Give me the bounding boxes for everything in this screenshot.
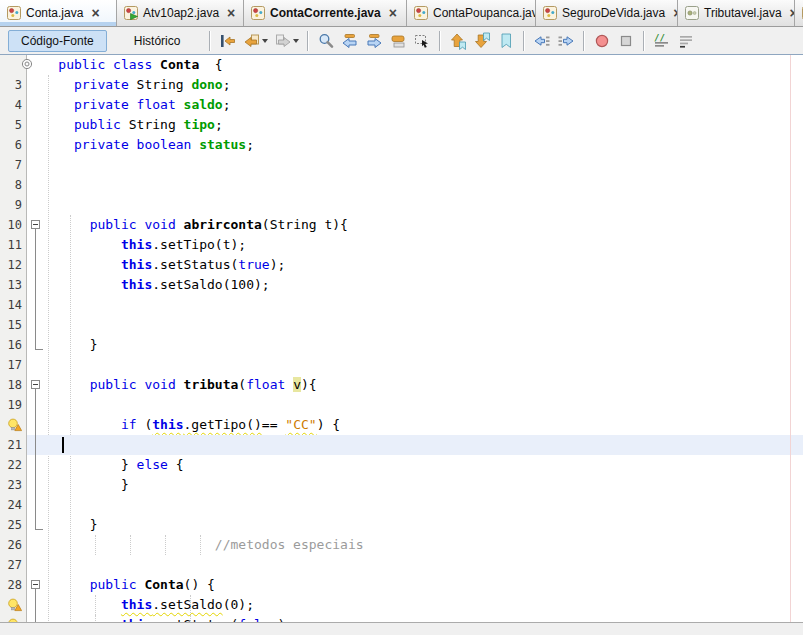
toolbar-separator <box>307 31 309 51</box>
history-view-button[interactable]: Histórico <box>121 30 194 52</box>
comment-button[interactable]: // <box>650 30 674 52</box>
warning-bulb-icon[interactable] <box>7 418 22 435</box>
code-line[interactable]: public String tipo; <box>27 115 223 135</box>
fold-guide-corner <box>35 529 43 530</box>
code-line[interactable]: public void tributa(float v){ <box>27 375 317 395</box>
next-bookmark-button[interactable] <box>470 30 494 52</box>
tab-Conta.java[interactable]: Conta.java× <box>0 0 117 26</box>
tab-Atv10ap2.java[interactable]: Atv10ap2.java× <box>117 0 244 26</box>
toolbar-separator <box>643 31 645 51</box>
tab-close-icon[interactable]: × <box>389 6 397 20</box>
line-number: 23 <box>0 475 22 495</box>
code-token: private <box>74 97 137 112</box>
code-token: this <box>121 237 152 252</box>
stop-macro-recording-icon <box>617 32 635 50</box>
code-token: () { <box>184 577 215 592</box>
toolbar-separator <box>583 31 585 51</box>
warning-bulb-icon[interactable] <box>7 598 22 615</box>
code-token: abrirconta <box>184 217 262 232</box>
find-next-button[interactable] <box>362 30 386 52</box>
code-line[interactable]: this.setStatus(true); <box>27 255 285 275</box>
rectangular-selection-button[interactable] <box>410 30 434 52</box>
code-token: public <box>90 577 145 592</box>
dropdown-arrow-icon[interactable] <box>293 39 299 43</box>
code-token: v <box>293 377 301 392</box>
line-number: 19 <box>0 395 22 415</box>
tab-ContaCorrente.java[interactable]: ContaCorrente.java× <box>244 0 407 26</box>
tab-label: Conta.java <box>26 6 83 20</box>
toggle-highlight-search-button[interactable] <box>386 30 410 52</box>
jump-forward-button[interactable] <box>271 30 295 52</box>
code-line[interactable]: if (this.getTipo()== "CC") { <box>27 415 340 435</box>
code-token: float <box>246 377 285 392</box>
jump-forward-icon <box>274 32 292 50</box>
fold-toggle-icon[interactable] <box>31 580 40 589</box>
code-token: boolean <box>137 137 200 152</box>
toolbar-separator <box>209 31 211 51</box>
code-token: if <box>121 417 137 432</box>
find-previous-button[interactable] <box>338 30 362 52</box>
tab-label: ContaPoupanca.java <box>433 6 536 20</box>
code-line[interactable]: this.setSaldo(0); <box>27 595 254 615</box>
tab-SeguroDeVida.java[interactable]: SeguroDeVida.java× <box>536 0 678 26</box>
code-line[interactable]: private boolean status; <box>27 135 254 155</box>
bottom-panel <box>0 622 803 635</box>
tab-label: ContaCorrente.java <box>270 6 381 20</box>
tab-Tributavel.java[interactable]: Tributavel.java× <box>678 0 795 26</box>
code-line[interactable]: //metodos especiais <box>27 535 364 555</box>
dropdown-arrow-icon[interactable] <box>262 39 268 43</box>
code-line[interactable]: public class Conta { <box>27 55 223 75</box>
previous-bookmark-button[interactable] <box>446 30 470 52</box>
code-line[interactable]: } <box>27 335 97 355</box>
fold-toggle-icon[interactable] <box>31 220 40 229</box>
code-token: this <box>121 277 152 292</box>
tab-ContaPoupanca.java[interactable]: ContaPoupanca.java× <box>407 0 536 26</box>
uncomment-button[interactable] <box>674 30 698 52</box>
find-next-icon <box>365 32 383 50</box>
java-interface-icon <box>685 6 699 20</box>
find-selection-button[interactable] <box>314 30 338 52</box>
code-line[interactable]: public void abrirconta(String t){ <box>27 215 348 235</box>
right-margin-line <box>790 55 791 622</box>
code-line[interactable]: } <box>27 515 97 535</box>
jump-back-button[interactable] <box>240 30 264 52</box>
code-line[interactable]: } else { <box>27 455 184 475</box>
code-token: status <box>199 137 246 152</box>
toggle-bookmark-button[interactable] <box>494 30 518 52</box>
code-token: ; <box>246 137 254 152</box>
code-editor[interactable]: public class Conta {3 private String don… <box>0 55 803 635</box>
stop-macro-recording-button[interactable] <box>614 30 638 52</box>
code-token: public <box>90 377 145 392</box>
line-number: 16 <box>0 335 22 355</box>
code-token: Conta <box>160 57 199 72</box>
java-class-icon <box>7 6 21 20</box>
code-token: private <box>74 77 137 92</box>
line-number: 21 <box>0 435 22 455</box>
code-token: } <box>121 477 129 492</box>
start-macro-recording-button[interactable] <box>590 30 614 52</box>
code-token: float <box>137 97 184 112</box>
code-token: (String t){ <box>262 217 348 232</box>
tab-partial[interactable] <box>795 0 803 26</box>
code-line[interactable]: public Conta() { <box>27 575 215 595</box>
code-token: ) { <box>317 417 340 432</box>
code-line[interactable]: this.setTipo(t); <box>27 235 246 255</box>
shift-line-right-button[interactable] <box>554 30 578 52</box>
code-line[interactable]: } <box>27 475 129 495</box>
last-edit-position-button[interactable] <box>216 30 240 52</box>
source-view-button[interactable]: Código-Fonte <box>8 30 107 52</box>
tab-close-icon[interactable]: × <box>91 6 99 20</box>
shift-line-left-button[interactable] <box>530 30 554 52</box>
fold-guide-line <box>35 229 36 349</box>
line-number: 10 <box>0 215 22 235</box>
code-line[interactable]: private String dono; <box>27 75 231 95</box>
fold-toggle-icon[interactable] <box>31 380 40 389</box>
code-line[interactable]: this.setSaldo(100); <box>27 275 270 295</box>
code-token: .getTipo() <box>184 417 262 432</box>
tab-close-icon[interactable]: × <box>227 6 235 20</box>
start-macro-recording-icon <box>593 32 611 50</box>
line-number: 5 <box>0 115 22 135</box>
code-token: ; <box>223 77 231 92</box>
code-line[interactable]: private float saldo; <box>27 95 231 115</box>
code-token: void <box>144 377 183 392</box>
